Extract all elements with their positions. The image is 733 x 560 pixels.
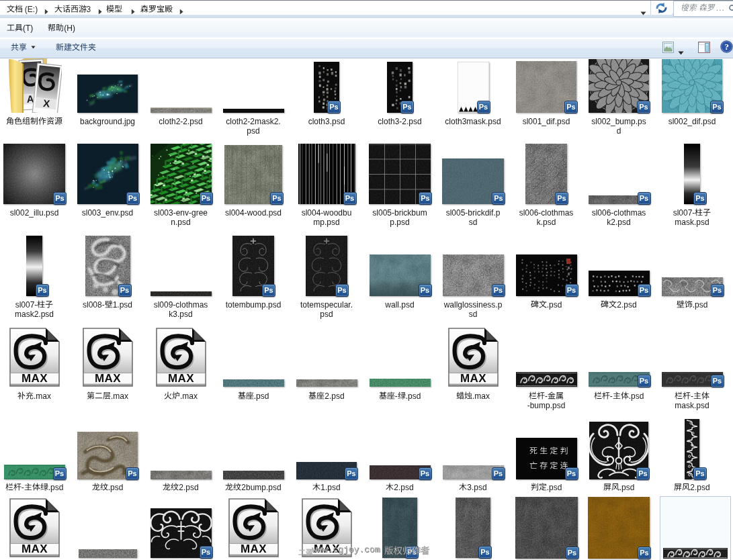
svg-text:MAX: MAX bbox=[21, 372, 48, 385]
svg-text:MAX: MAX bbox=[21, 543, 48, 555]
svg-text:MAX: MAX bbox=[241, 543, 267, 555]
svg-text:X: X bbox=[42, 97, 50, 109]
svg-text:MAX: MAX bbox=[95, 372, 121, 385]
svg-text:MAX: MAX bbox=[460, 372, 486, 385]
svg-text:?: ? bbox=[724, 42, 729, 52]
svg-text:MAX: MAX bbox=[168, 372, 194, 385]
